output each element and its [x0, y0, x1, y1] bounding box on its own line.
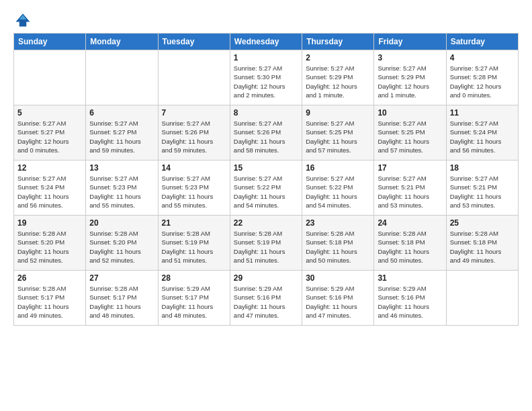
calendar-cell: 19Sunrise: 5:28 AMSunset: 5:20 PMDayligh… [14, 216, 86, 271]
day-info: Sunrise: 5:27 AMSunset: 5:29 PMDaylight:… [306, 64, 370, 99]
calendar-week-row: 5Sunrise: 5:27 AMSunset: 5:27 PMDaylight… [14, 105, 519, 161]
day-info: Sunrise: 5:27 AMSunset: 5:25 PMDaylight:… [306, 119, 370, 154]
calendar-cell: 11Sunrise: 5:27 AMSunset: 5:24 PMDayligh… [446, 105, 518, 161]
day-number: 11 [450, 108, 515, 118]
calendar-cell: 24Sunrise: 5:28 AMSunset: 5:18 PMDayligh… [374, 216, 446, 271]
day-info: Sunrise: 5:28 AMSunset: 5:20 PMDaylight:… [89, 229, 154, 265]
calendar-cell: 1Sunrise: 5:27 AMSunset: 5:30 PMDaylight… [230, 50, 302, 105]
day-number: 12 [17, 163, 82, 173]
calendar-cell: 13Sunrise: 5:27 AMSunset: 5:23 PMDayligh… [86, 161, 158, 216]
day-number: 6 [89, 108, 154, 118]
logo [13, 10, 35, 29]
weekday-header: Monday [86, 34, 158, 50]
day-number: 31 [378, 273, 442, 283]
day-number: 17 [378, 163, 442, 173]
day-number: 16 [306, 163, 370, 173]
day-info: Sunrise: 5:28 AMSunset: 5:18 PMDaylight:… [306, 229, 370, 265]
day-info: Sunrise: 5:27 AMSunset: 5:25 PMDaylight:… [378, 119, 442, 154]
weekday-header: Wednesday [230, 34, 302, 50]
calendar-cell [446, 271, 518, 326]
calendar-header: SundayMondayTuesdayWednesdayThursdayFrid… [14, 34, 519, 50]
day-info: Sunrise: 5:27 AMSunset: 5:21 PMDaylight:… [378, 174, 442, 210]
calendar-cell: 6Sunrise: 5:27 AMSunset: 5:27 PMDaylight… [86, 105, 158, 161]
day-info: Sunrise: 5:27 AMSunset: 5:29 PMDaylight:… [378, 64, 442, 99]
day-info: Sunrise: 5:29 AMSunset: 5:17 PMDaylight:… [162, 284, 226, 320]
day-number: 1 [234, 53, 298, 62]
day-number: 19 [17, 218, 82, 228]
day-info: Sunrise: 5:27 AMSunset: 5:24 PMDaylight:… [17, 174, 82, 210]
day-info: Sunrise: 5:27 AMSunset: 5:24 PMDaylight:… [450, 119, 515, 154]
day-number: 26 [17, 273, 82, 283]
weekday-header: Sunday [14, 34, 86, 50]
calendar-cell: 10Sunrise: 5:27 AMSunset: 5:25 PMDayligh… [374, 105, 446, 161]
weekday-header: Saturday [446, 34, 518, 50]
day-info: Sunrise: 5:27 AMSunset: 5:22 PMDaylight:… [306, 174, 370, 210]
day-number: 15 [234, 163, 298, 173]
day-number: 18 [450, 163, 515, 173]
calendar-cell: 26Sunrise: 5:28 AMSunset: 5:17 PMDayligh… [14, 271, 86, 326]
day-number: 14 [162, 163, 226, 173]
day-number: 13 [89, 163, 154, 173]
day-number: 4 [450, 53, 515, 62]
calendar-cell: 4Sunrise: 5:27 AMSunset: 5:28 PMDaylight… [446, 50, 518, 105]
day-info: Sunrise: 5:29 AMSunset: 5:16 PMDaylight:… [234, 284, 298, 320]
calendar-cell: 31Sunrise: 5:29 AMSunset: 5:16 PMDayligh… [374, 271, 446, 326]
calendar-cell: 28Sunrise: 5:29 AMSunset: 5:17 PMDayligh… [158, 271, 230, 326]
calendar-cell: 14Sunrise: 5:27 AMSunset: 5:23 PMDayligh… [158, 161, 230, 216]
day-info: Sunrise: 5:27 AMSunset: 5:27 PMDaylight:… [17, 119, 82, 154]
calendar-cell: 8Sunrise: 5:27 AMSunset: 5:26 PMDaylight… [230, 105, 302, 161]
calendar-body: 1Sunrise: 5:27 AMSunset: 5:30 PMDaylight… [14, 50, 519, 326]
day-info: Sunrise: 5:28 AMSunset: 5:19 PMDaylight:… [234, 229, 298, 265]
calendar-cell: 30Sunrise: 5:29 AMSunset: 5:16 PMDayligh… [302, 271, 374, 326]
calendar-cell: 16Sunrise: 5:27 AMSunset: 5:22 PMDayligh… [302, 161, 374, 216]
calendar-cell: 7Sunrise: 5:27 AMSunset: 5:26 PMDaylight… [158, 105, 230, 161]
day-info: Sunrise: 5:27 AMSunset: 5:30 PMDaylight:… [234, 64, 298, 99]
day-number: 2 [306, 53, 370, 62]
calendar-week-row: 1Sunrise: 5:27 AMSunset: 5:30 PMDaylight… [14, 50, 519, 105]
weekday-header: Friday [374, 34, 446, 50]
day-info: Sunrise: 5:28 AMSunset: 5:17 PMDaylight:… [89, 284, 154, 320]
calendar-cell: 9Sunrise: 5:27 AMSunset: 5:25 PMDaylight… [302, 105, 374, 161]
calendar-cell: 29Sunrise: 5:29 AMSunset: 5:16 PMDayligh… [230, 271, 302, 326]
day-info: Sunrise: 5:27 AMSunset: 5:23 PMDaylight:… [89, 174, 154, 210]
day-info: Sunrise: 5:27 AMSunset: 5:23 PMDaylight:… [162, 174, 226, 210]
day-number: 7 [162, 108, 226, 118]
day-number: 9 [306, 108, 370, 118]
day-number: 20 [89, 218, 154, 228]
day-number: 5 [17, 108, 82, 118]
calendar-cell: 5Sunrise: 5:27 AMSunset: 5:27 PMDaylight… [14, 105, 86, 161]
calendar-cell: 18Sunrise: 5:27 AMSunset: 5:21 PMDayligh… [446, 161, 518, 216]
day-info: Sunrise: 5:28 AMSunset: 5:18 PMDaylight:… [378, 229, 442, 265]
day-number: 29 [234, 273, 298, 283]
day-info: Sunrise: 5:27 AMSunset: 5:21 PMDaylight:… [450, 174, 515, 210]
calendar-cell: 17Sunrise: 5:27 AMSunset: 5:21 PMDayligh… [374, 161, 446, 216]
calendar-cell: 2Sunrise: 5:27 AMSunset: 5:29 PMDaylight… [302, 50, 374, 105]
calendar-cell: 27Sunrise: 5:28 AMSunset: 5:17 PMDayligh… [86, 271, 158, 326]
calendar-cell [158, 50, 230, 105]
day-info: Sunrise: 5:28 AMSunset: 5:20 PMDaylight:… [17, 229, 82, 265]
day-info: Sunrise: 5:27 AMSunset: 5:28 PMDaylight:… [450, 64, 515, 99]
weekday-header: Tuesday [158, 34, 230, 50]
day-info: Sunrise: 5:27 AMSunset: 5:27 PMDaylight:… [89, 119, 154, 154]
calendar-week-row: 12Sunrise: 5:27 AMSunset: 5:24 PMDayligh… [14, 161, 519, 216]
calendar-cell: 12Sunrise: 5:27 AMSunset: 5:24 PMDayligh… [14, 161, 86, 216]
calendar-cell: 3Sunrise: 5:27 AMSunset: 5:29 PMDaylight… [374, 50, 446, 105]
day-info: Sunrise: 5:27 AMSunset: 5:22 PMDaylight:… [234, 174, 298, 210]
calendar-cell: 21Sunrise: 5:28 AMSunset: 5:19 PMDayligh… [158, 216, 230, 271]
day-info: Sunrise: 5:28 AMSunset: 5:18 PMDaylight:… [450, 229, 515, 265]
calendar-cell: 22Sunrise: 5:28 AMSunset: 5:19 PMDayligh… [230, 216, 302, 271]
calendar-cell: 20Sunrise: 5:28 AMSunset: 5:20 PMDayligh… [86, 216, 158, 271]
calendar-cell [86, 50, 158, 105]
calendar-table: SundayMondayTuesdayWednesdayThursdayFrid… [13, 33, 519, 326]
day-number: 27 [89, 273, 154, 283]
day-number: 24 [378, 218, 442, 228]
day-number: 8 [234, 108, 298, 118]
day-number: 30 [306, 273, 370, 283]
header [13, 10, 519, 29]
day-number: 21 [162, 218, 226, 228]
day-number: 22 [234, 218, 298, 228]
day-number: 28 [162, 273, 226, 283]
weekday-row: SundayMondayTuesdayWednesdayThursdayFrid… [14, 34, 519, 50]
calendar-cell: 25Sunrise: 5:28 AMSunset: 5:18 PMDayligh… [446, 216, 518, 271]
day-number: 10 [378, 108, 442, 118]
